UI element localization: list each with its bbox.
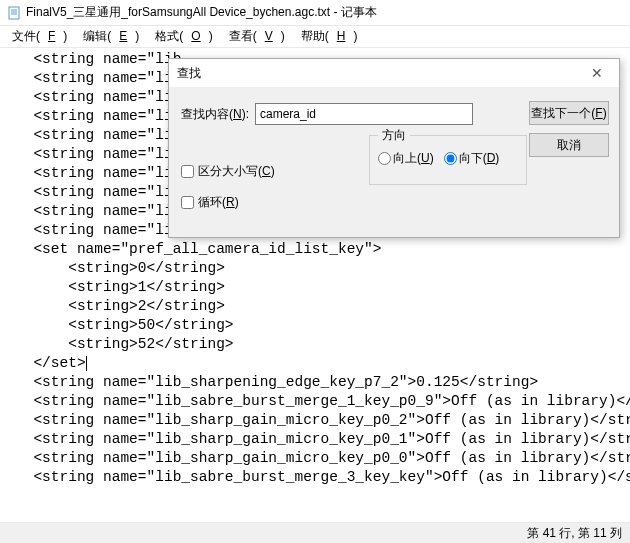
editor-line: <string>52</string> [16, 335, 624, 354]
editor-line: <string>1</string> [16, 278, 624, 297]
wrap-checkbox[interactable]: 循环(R) [181, 194, 275, 211]
menu-file[interactable]: 文件(F) [4, 26, 75, 47]
editor-line: <string name="lib_sharp_gain_micro_key_p… [16, 430, 624, 449]
radio-down[interactable]: 向下(D) [444, 150, 500, 167]
editor-line: <string name="lib_sabre_burst_merge_3_ke… [16, 468, 624, 487]
match-case-checkbox[interactable]: 区分大小写(C) [181, 163, 275, 180]
svg-rect-0 [9, 7, 19, 19]
editor-line: <string>0</string> [16, 259, 624, 278]
menu-format[interactable]: 格式(O) [147, 26, 220, 47]
editor-line: <string>50</string> [16, 316, 624, 335]
find-label: 查找内容(N): [181, 106, 249, 123]
radio-up[interactable]: 向上(U) [378, 150, 434, 167]
dialog-title: 查找 [177, 65, 201, 82]
menu-edit[interactable]: 编辑(E) [75, 26, 147, 47]
menu-help[interactable]: 帮助(H) [293, 26, 366, 47]
editor-line: <set name="pref_all_camera_id_list_key"> [16, 240, 624, 259]
statusbar: 第 41 行, 第 11 列 [0, 522, 630, 543]
dialog-titlebar: 查找 ✕ [169, 59, 619, 87]
titlebar: FinalV5_三星通用_forSamsungAll Device_bychen… [0, 0, 630, 26]
editor-line: <string name="lib_sharpening_edge_key_p7… [16, 373, 624, 392]
find-dialog: 查找 ✕ 查找内容(N): 查找下一个(F) 取消 方向 向上(U) 向下(D)… [168, 58, 620, 238]
find-input[interactable] [255, 103, 473, 125]
notepad-icon [6, 5, 22, 21]
editor-line: <string name="lib_sharp_gain_micro_key_p… [16, 449, 624, 468]
menubar: 文件(F) 编辑(E) 格式(O) 查看(V) 帮助(H) [0, 26, 630, 48]
window-title: FinalV5_三星通用_forSamsungAll Device_bychen… [26, 4, 377, 21]
cancel-button[interactable]: 取消 [529, 133, 609, 157]
editor-line: <string>2</string> [16, 297, 624, 316]
menu-view[interactable]: 查看(V) [221, 26, 293, 47]
cursor-position: 第 41 行, 第 11 列 [527, 525, 622, 542]
close-icon[interactable]: ✕ [583, 63, 611, 83]
direction-group: 方向 向上(U) 向下(D) [369, 135, 527, 185]
editor-line: <string name="lib_sharp_gain_micro_key_p… [16, 411, 624, 430]
editor-line: </set> [16, 354, 624, 373]
editor-line: <string name="lib_sabre_burst_merge_1_ke… [16, 392, 624, 411]
direction-legend: 方向 [378, 127, 410, 144]
find-next-button[interactable]: 查找下一个(F) [529, 101, 609, 125]
